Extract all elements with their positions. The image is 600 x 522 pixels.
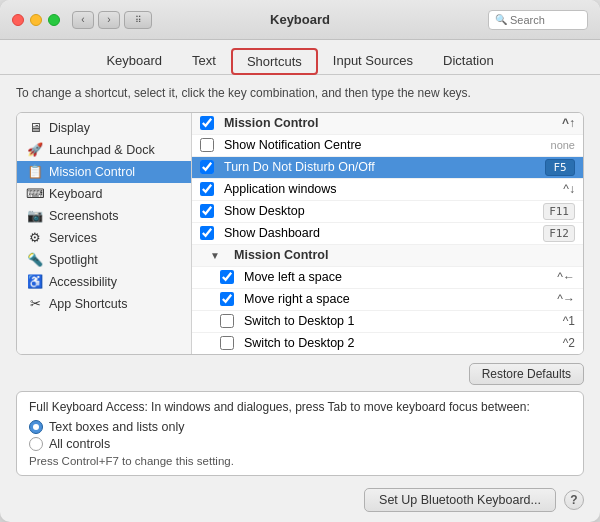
label-dnd: Turn Do Not Disturb On/Off: [220, 160, 545, 174]
radio-all-controls[interactable]: [29, 437, 43, 451]
label-show-desktop: Show Desktop: [220, 204, 543, 218]
tab-dictation[interactable]: Dictation: [428, 48, 509, 75]
close-button[interactable]: [12, 14, 24, 26]
spotlight-icon: 🔦: [27, 252, 43, 268]
key-switch-2: ^2: [563, 336, 575, 350]
shortcut-row-mc-header[interactable]: Mission Control ^↑: [192, 113, 583, 135]
content-area: To change a shortcut, select it, click t…: [0, 75, 600, 522]
label-show-dashboard: Show Dashboard: [220, 226, 543, 240]
keyboard-icon: ⌨: [27, 186, 43, 202]
services-icon: ⚙: [27, 230, 43, 246]
app-shortcuts-icon: ✂: [27, 296, 43, 312]
shortcut-row-show-desktop[interactable]: Show Desktop F11: [192, 201, 583, 223]
checkbox-app-windows[interactable]: [200, 182, 214, 196]
window-title: Keyboard: [270, 12, 330, 27]
checkbox-show-dashboard[interactable]: [200, 226, 214, 240]
keyboard-access-description: Full Keyboard Access: In windows and dia…: [29, 400, 571, 414]
tab-keyboard[interactable]: Keyboard: [91, 48, 177, 75]
sidebar-item-app-shortcuts[interactable]: ✂ App Shortcuts: [17, 293, 191, 315]
tab-text[interactable]: Text: [177, 48, 231, 75]
checkbox-notification[interactable]: [200, 138, 214, 152]
label-notification: Show Notification Centre: [220, 138, 551, 152]
key-app-windows: ^↓: [563, 182, 575, 196]
sidebar-item-mission-control[interactable]: 📋 Mission Control: [17, 161, 191, 183]
key-move-right: ^→: [557, 292, 575, 306]
bottom-area: Restore Defaults Full Keyboard Access: I…: [16, 363, 584, 512]
key-move-left: ^←: [557, 270, 575, 284]
shortcuts-panel: Mission Control ^↑ Show Notification Cen…: [192, 113, 583, 354]
sidebar-item-keyboard[interactable]: ⌨ Keyboard: [17, 183, 191, 205]
sidebar-label-app-shortcuts: App Shortcuts: [49, 297, 128, 311]
sidebar-item-spotlight[interactable]: 🔦 Spotlight: [17, 249, 191, 271]
checkbox-mc-header[interactable]: [200, 116, 214, 130]
nav-buttons: ‹ ›: [72, 11, 120, 29]
sidebar-item-accessibility[interactable]: ♿ Accessibility: [17, 271, 191, 293]
keyboard-access-section: Full Keyboard Access: In windows and dia…: [16, 391, 584, 476]
forward-button[interactable]: ›: [98, 11, 120, 29]
screenshots-icon: 📷: [27, 208, 43, 224]
help-button[interactable]: ?: [564, 490, 584, 510]
shortcut-row-switch-2[interactable]: Switch to Desktop 2 ^2: [192, 333, 583, 354]
shortcut-row-notification[interactable]: Show Notification Centre none: [192, 135, 583, 157]
shortcut-row-dnd[interactable]: Turn Do Not Disturb On/Off F5: [192, 157, 583, 179]
search-icon: 🔍: [495, 14, 507, 25]
checkbox-switch-2[interactable]: [220, 336, 234, 350]
checkbox-move-left[interactable]: [220, 270, 234, 284]
checkbox-show-desktop[interactable]: [200, 204, 214, 218]
key-notification: none: [551, 139, 575, 151]
key-dnd: F5: [545, 159, 575, 176]
checkbox-move-right[interactable]: [220, 292, 234, 306]
shortcut-row-show-dashboard[interactable]: Show Dashboard F12: [192, 223, 583, 245]
sidebar-label-accessibility: Accessibility: [49, 275, 117, 289]
sidebar-label-keyboard: Keyboard: [49, 187, 103, 201]
control-hint-text: Press Control+F7 to change this setting.: [29, 455, 571, 467]
keyboard-window: ‹ › ⠿ Keyboard 🔍 Keyboard Text Shortcuts…: [0, 0, 600, 522]
sidebar-item-launchpad[interactable]: 🚀 Launchpad & Dock: [17, 139, 191, 161]
label-mc-sub: Mission Control: [230, 248, 575, 262]
shortcut-row-mc-sub: ▼ Mission Control: [192, 245, 583, 267]
label-move-right: Move right a space: [240, 292, 557, 306]
apps-grid-button[interactable]: ⠿: [124, 11, 152, 29]
minimize-button[interactable]: [30, 14, 42, 26]
titlebar: ‹ › ⠿ Keyboard 🔍: [0, 0, 600, 40]
tab-input-sources[interactable]: Input Sources: [318, 48, 428, 75]
key-show-desktop: F11: [543, 203, 575, 220]
sidebar-label-launchpad: Launchpad & Dock: [49, 143, 155, 157]
sidebar-label-screenshots: Screenshots: [49, 209, 118, 223]
key-show-dashboard: F12: [543, 225, 575, 242]
sidebar-item-services[interactable]: ⚙ Services: [17, 227, 191, 249]
bottom-btn-bar: Set Up Bluetooth Keyboard... ?: [16, 482, 584, 512]
shortcut-row-move-right[interactable]: Move right a space ^→: [192, 289, 583, 311]
tab-shortcuts[interactable]: Shortcuts: [231, 48, 318, 75]
launchpad-icon: 🚀: [27, 142, 43, 158]
radio-label-all-controls: All controls: [49, 437, 110, 451]
label-switch-1: Switch to Desktop 1: [240, 314, 563, 328]
checkbox-dnd[interactable]: [200, 160, 214, 174]
search-input[interactable]: [510, 14, 590, 26]
radio-label-text-boxes: Text boxes and lists only: [49, 420, 185, 434]
instruction-text: To change a shortcut, select it, click t…: [16, 85, 584, 102]
key-switch-1: ^1: [563, 314, 575, 328]
label-switch-2: Switch to Desktop 2: [240, 336, 563, 350]
sidebar-item-display[interactable]: 🖥 Display: [17, 117, 191, 139]
key-mc-header: ^↑: [562, 116, 575, 130]
shortcut-row-move-left[interactable]: Move left a space ^←: [192, 267, 583, 289]
shortcut-row-app-windows[interactable]: Application windows ^↓: [192, 179, 583, 201]
traffic-lights: [12, 14, 60, 26]
shortcut-row-switch-1[interactable]: Switch to Desktop 1 ^1: [192, 311, 583, 333]
sidebar-item-screenshots[interactable]: 📷 Screenshots: [17, 205, 191, 227]
main-panel: 🖥 Display 🚀 Launchpad & Dock 📋 Mission C…: [16, 112, 584, 355]
radio-text-boxes[interactable]: [29, 420, 43, 434]
setup-bluetooth-button[interactable]: Set Up Bluetooth Keyboard...: [364, 488, 556, 512]
checkbox-switch-1[interactable]: [220, 314, 234, 328]
search-box: 🔍: [488, 10, 588, 30]
back-button[interactable]: ‹: [72, 11, 94, 29]
sidebar-label-spotlight: Spotlight: [49, 253, 98, 267]
label-move-left: Move left a space: [240, 270, 557, 284]
maximize-button[interactable]: [48, 14, 60, 26]
restore-defaults-button[interactable]: Restore Defaults: [469, 363, 584, 385]
restore-row: Restore Defaults: [16, 363, 584, 385]
radio-row-all-controls: All controls: [29, 437, 571, 451]
display-icon: 🖥: [27, 120, 43, 136]
radio-row-text-boxes: Text boxes and lists only: [29, 420, 571, 434]
